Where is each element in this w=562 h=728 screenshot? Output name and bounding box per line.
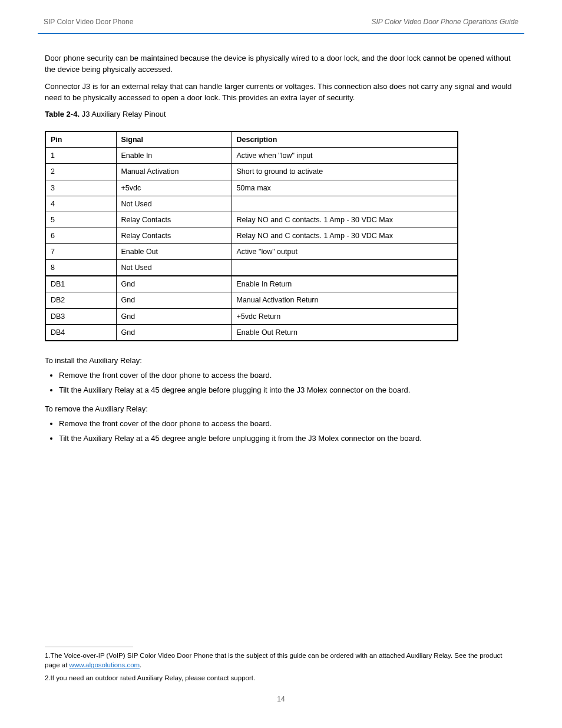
table-cell: Gnd	[116, 292, 232, 308]
table-cell: 7	[45, 244, 116, 260]
footnote-link[interactable]: www.algosolutions.com	[70, 661, 140, 668]
list-item: Remove the front cover of the door phone…	[59, 370, 517, 381]
list-remove: Remove the front cover of the door phone…	[59, 419, 517, 444]
para-remove: To remove the Auxiliary Relay:	[45, 404, 517, 415]
col-signal: Signal	[116, 131, 232, 148]
table-row: 5Relay ContactsRelay NO and C contacts. …	[45, 212, 458, 228]
intro-block: Door phone security can be maintained be…	[45, 53, 517, 120]
table-cell: 6	[45, 228, 116, 243]
table-cell: DB1	[45, 276, 116, 292]
table-cell: Gnd	[116, 324, 232, 341]
table-cell: Relay Contacts	[116, 228, 232, 243]
table-cell: Short to ground to activate	[232, 164, 458, 180]
table-row: 8Not Used	[45, 260, 458, 276]
pinout-table: Pin Signal Description 1Enable InActive …	[45, 131, 517, 341]
table-row: 3+5vdc50ma max	[45, 180, 458, 196]
table-cell: DB2	[45, 292, 116, 308]
table-cell: Gnd	[116, 276, 232, 292]
table-cell: Gnd	[116, 308, 232, 324]
table-cell: +5vdc Return	[232, 308, 458, 324]
table-cell: 8	[45, 260, 116, 276]
header-product: SIP Color Video Door Phone	[44, 18, 133, 26]
table-cell: 4	[45, 196, 116, 212]
table-cell	[232, 196, 458, 212]
table-cell: Manual Activation Return	[232, 292, 458, 308]
table-cell: Manual Activation	[116, 164, 232, 180]
table-cell: Relay Contacts	[116, 212, 232, 228]
list-item: Remove the front cover of the door phone…	[59, 419, 517, 430]
table-row: 4Not Used	[45, 196, 458, 212]
table-cell: Enable In Return	[232, 276, 458, 292]
intro-p2: Connector J3 is for an external relay th…	[45, 81, 517, 104]
table-cell	[232, 260, 458, 276]
table-cell: Not Used	[116, 260, 232, 276]
table-cell: Relay NO and C contacts. 1 Amp - 30 VDC …	[232, 228, 458, 243]
table-row: 2Manual ActivationShort to ground to act…	[45, 164, 458, 180]
table-cell: Active when "low" input	[232, 148, 458, 164]
table-cell: Not Used	[116, 196, 232, 212]
table-cell: Enable Out Return	[232, 324, 458, 341]
table-cell: DB3	[45, 308, 116, 324]
footnote-2: 2.If you need an outdoor rated Auxiliary…	[45, 673, 517, 683]
table-cell: Enable Out	[116, 244, 232, 260]
table-cell: Relay NO and C contacts. 1 Amp - 30 VDC …	[232, 212, 458, 228]
table-cell: 50ma max	[232, 180, 458, 196]
footnote-rule	[45, 647, 133, 647]
footnote-1: 1.The Voice-over-IP (VoIP) SIP Color Vid…	[45, 651, 517, 670]
para-install: To install the Auxiliary Relay:	[45, 355, 517, 367]
table-cell: +5vdc	[116, 180, 232, 196]
header-chapter: SIP Color Video Door Phone Operations Gu…	[372, 18, 518, 26]
header-rule	[38, 33, 524, 34]
table-cell: Enable In	[116, 148, 232, 164]
table-cell: 3	[45, 180, 116, 196]
table-row: 1Enable InActive when "low" input	[45, 148, 458, 164]
table-row: DB4GndEnable Out Return	[45, 324, 458, 341]
page-number: 14	[45, 694, 517, 704]
table-row: DB1GndEnable In Return	[45, 276, 458, 292]
list-item: Tilt the Auxiliary Relay at a 45 degree …	[59, 385, 517, 396]
table-cell: 2	[45, 164, 116, 180]
table-row: DB2GndManual Activation Return	[45, 292, 458, 308]
col-desc: Description	[232, 131, 458, 148]
list-install: Remove the front cover of the door phone…	[59, 370, 517, 396]
intro-p1: Door phone security can be maintained be…	[45, 53, 517, 75]
table-cell: 1	[45, 148, 116, 164]
col-pin: Pin	[45, 131, 116, 148]
table-cell: 5	[45, 212, 116, 228]
table-caption: Table 2-4. J3 Auxiliary Relay Pinout	[45, 109, 517, 120]
table-row: DB3Gnd+5vdc Return	[45, 308, 458, 324]
table-cell: DB4	[45, 324, 116, 341]
table-row: 6Relay ContactsRelay NO and C contacts. …	[45, 228, 458, 243]
table-row: 7Enable OutActive "low" output	[45, 244, 458, 260]
table-cell: Active "low" output	[232, 244, 458, 260]
table-header-row: Pin Signal Description	[45, 131, 458, 148]
list-item: Tilt the Auxiliary Relay at a 45 degree …	[59, 433, 517, 444]
